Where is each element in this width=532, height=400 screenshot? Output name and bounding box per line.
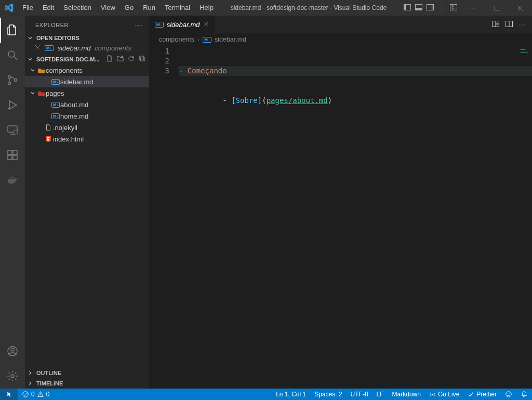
titlebar: File Edit Selection View Go Run Terminal…: [0, 0, 532, 16]
tab-close-icon[interactable]: [203, 21, 209, 29]
file-icon: [44, 124, 53, 131]
tree-folder-pages[interactable]: pages: [25, 87, 149, 99]
chevron-down-icon: [27, 35, 34, 41]
svg-point-13: [8, 51, 15, 57]
svg-point-46: [509, 393, 510, 394]
svg-rect-21: [8, 150, 12, 154]
status-problems[interactable]: 0 0: [18, 389, 54, 400]
menu-selection[interactable]: Selection: [59, 0, 96, 16]
new-file-icon[interactable]: [105, 55, 113, 63]
status-indent[interactable]: Spaces: 2: [310, 389, 346, 400]
toggle-primary-sidebar-icon[interactable]: [403, 3, 411, 13]
split-editor-icon[interactable]: [505, 20, 513, 30]
svg-rect-3: [416, 8, 422, 10]
menu-edit[interactable]: Edit: [38, 0, 59, 16]
tree-file-index-html[interactable]: index.html: [25, 133, 149, 145]
open-editors-header[interactable]: OPEN EDITORS: [25, 34, 149, 42]
status-notifications-icon[interactable]: [516, 389, 532, 400]
refresh-icon[interactable]: [127, 55, 135, 63]
svg-point-26: [11, 348, 14, 351]
customize-layout-icon[interactable]: [449, 3, 458, 13]
tree-file-sidebar-md[interactable]: M↓ sidebar.md: [25, 76, 149, 87]
activity-run-debug[interactable]: [0, 93, 25, 118]
activity-explorer[interactable]: [0, 18, 25, 43]
status-cursor[interactable]: Ln 1, Col 1: [272, 389, 310, 400]
tree-file-nojekyll[interactable]: .nojekyll: [25, 122, 149, 133]
chevron-down-icon: [29, 67, 36, 73]
svg-rect-7: [454, 4, 457, 7]
open-editor-filename: sidebar.md: [58, 44, 91, 52]
code-editor[interactable]: 1 2 3 - Começando - [Sobre](pages/about.…: [150, 45, 532, 389]
svg-rect-23: [13, 156, 17, 160]
svg-rect-30: [140, 56, 144, 60]
tab-sidebar-md[interactable]: M↓ sidebar.md: [150, 16, 215, 33]
menu-bar: File Edit Selection View Go Run Terminal…: [18, 0, 218, 16]
open-editor-item[interactable]: M↓ sidebar.md components: [25, 42, 149, 54]
chevron-right-icon: [27, 370, 34, 376]
breadcrumbs[interactable]: components › M↓ sidebar.md: [150, 34, 532, 45]
code-text: -: [179, 67, 188, 75]
status-language[interactable]: Markdown: [388, 389, 425, 400]
status-feedback-icon[interactable]: [501, 389, 516, 400]
svg-rect-6: [450, 4, 453, 10]
tree-folder-components[interactable]: components: [25, 64, 149, 76]
tree-file-home-md[interactable]: M↓ home.md: [25, 110, 149, 122]
line-gutter: 1 2 3: [150, 45, 177, 389]
outline-header[interactable]: OUTLINE: [25, 368, 149, 378]
svg-rect-1: [404, 4, 406, 10]
svg-point-20: [14, 130, 18, 134]
minimap[interactable]: ▂▂▂▂▂▂▂▂▂▂: [521, 47, 528, 53]
breadcrumb-file[interactable]: M↓ sidebar.md: [203, 36, 246, 43]
status-prettier[interactable]: Prettier: [463, 389, 501, 400]
svg-point-43: [432, 393, 433, 395]
collapse-all-icon[interactable]: [138, 55, 146, 63]
activity-search[interactable]: [0, 43, 25, 68]
activity-docker[interactable]: [0, 167, 25, 192]
activity-source-control[interactable]: [0, 68, 25, 93]
markdown-file-icon: M↓: [51, 79, 60, 85]
folder-header[interactable]: SOFTDESIGN-DOC-M...: [25, 54, 149, 64]
window-minimize-button[interactable]: [462, 0, 485, 16]
editor-area: M↓ sidebar.md ⋯ components › M↓ sidebar.…: [150, 16, 532, 389]
code-link-url: pages/about.md: [267, 96, 328, 105]
window-maximize-button[interactable]: [485, 0, 509, 16]
activity-accounts[interactable]: [0, 339, 25, 364]
explorer-title: EXPLORER: [35, 22, 69, 28]
activity-settings[interactable]: [0, 364, 25, 389]
menu-help[interactable]: Help: [195, 0, 218, 16]
svg-line-41: [24, 393, 28, 396]
editor-tabs: M↓ sidebar.md ⋯: [150, 16, 532, 34]
toggle-panel-icon[interactable]: [415, 3, 423, 13]
file-tree: components M↓ sidebar.md pages M↓ about.…: [25, 64, 149, 368]
timeline-header[interactable]: TIMELINE: [25, 378, 149, 389]
markdown-file-icon: M↓: [203, 37, 211, 43]
menu-file[interactable]: File: [18, 0, 38, 16]
tab-label: sidebar.md: [167, 21, 200, 29]
explorer-more-icon[interactable]: ⋯: [135, 20, 143, 30]
svg-rect-5: [432, 4, 434, 10]
close-editor-icon[interactable]: [34, 44, 41, 52]
code-text: -: [214, 96, 231, 105]
menu-run[interactable]: Run: [138, 0, 160, 16]
editor-more-icon[interactable]: ⋯: [518, 20, 527, 29]
breadcrumb-folder[interactable]: components: [159, 36, 194, 43]
activity-bar: [0, 16, 25, 389]
activity-extensions[interactable]: [0, 143, 25, 167]
status-eol[interactable]: LF: [373, 389, 388, 400]
tree-file-about-md[interactable]: M↓ about.md: [25, 99, 149, 110]
folder-icon: [36, 67, 46, 74]
menu-view[interactable]: View: [96, 0, 120, 16]
new-folder-icon[interactable]: [116, 55, 124, 63]
chevron-down-icon: [27, 56, 34, 62]
menu-go[interactable]: Go: [120, 0, 138, 16]
open-preview-icon[interactable]: [491, 20, 500, 30]
status-go-live[interactable]: Go Live: [425, 389, 463, 400]
activity-remote-explorer[interactable]: [0, 118, 25, 143]
svg-point-16: [8, 82, 11, 85]
status-encoding[interactable]: UTF-8: [347, 389, 373, 400]
window-close-button[interactable]: [509, 0, 532, 16]
chevron-down-icon: [29, 90, 36, 96]
toggle-secondary-sidebar-icon[interactable]: [426, 3, 434, 13]
menu-terminal[interactable]: Terminal: [160, 0, 195, 16]
remote-indicator[interactable]: [0, 389, 18, 400]
